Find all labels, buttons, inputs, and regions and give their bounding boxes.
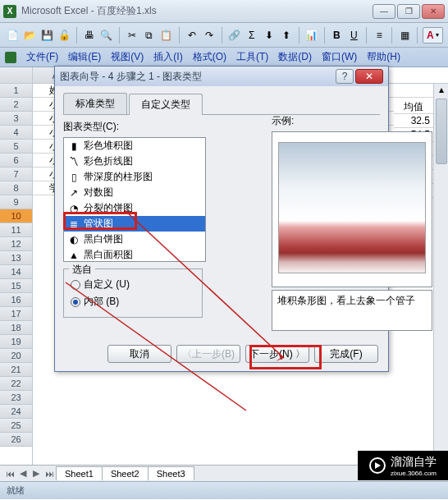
permission-icon[interactable]: 🔓 [57, 26, 71, 44]
dialog-close-button[interactable]: ✕ [355, 69, 383, 84]
list-item[interactable]: ◐黑白饼图 [64, 232, 205, 247]
source-group: 选自 自定义 (U) 内部 (B) [63, 268, 203, 318]
list-item[interactable]: ▲黑白面积图 [64, 247, 205, 262]
finish-button[interactable]: 完成(F) [314, 345, 378, 363]
sheet-tab[interactable]: Sheet2 [102, 466, 149, 480]
row-head[interactable]: 1 [0, 84, 32, 98]
tab-standard[interactable]: 标准类型 [63, 93, 127, 114]
minimize-button[interactable]: ― [373, 4, 395, 19]
row-head[interactable]: 15 [0, 279, 32, 293]
cell[interactable]: 均值 [394, 100, 433, 114]
chart-wizard-dialog: 图表向导 - 4 步骤之 1 - 图表类型 ? ✕ 标准类型 自定义类型 图表类… [54, 66, 389, 372]
stacked-bar-icon: ▮ [67, 140, 80, 152]
copy-icon[interactable]: ⧉ [142, 26, 157, 44]
vertical-scrollbar[interactable]: ▴ [433, 84, 448, 463]
menu-insert[interactable]: 插入(I) [149, 48, 187, 66]
chart-icon[interactable]: 📊 [304, 26, 319, 44]
dialog-tabs: 标准类型 自定义类型 [63, 93, 380, 115]
back-button[interactable]: 〈上一步(B) [176, 345, 240, 363]
row-head[interactable]: 24 [0, 405, 32, 419]
row-head[interactable]: 22 [0, 377, 32, 391]
menu-window[interactable]: 窗口(W) [317, 48, 362, 66]
print-icon[interactable]: 🖶 [82, 26, 97, 44]
font-color-button[interactable]: A▾ [423, 27, 443, 44]
row-head[interactable]: 16 [0, 293, 32, 307]
row-head[interactable]: 14 [0, 265, 32, 279]
row-head[interactable]: 6 [0, 154, 32, 167]
row-head[interactable]: 17 [0, 307, 32, 321]
cut-icon[interactable]: ✂ [125, 26, 139, 44]
row-head[interactable]: 9 [0, 195, 32, 209]
row-head[interactable]: 26 [0, 433, 32, 447]
watermark-text: 溜溜自学 [391, 455, 437, 470]
list-item[interactable]: ▯带深度的柱形图 [64, 169, 205, 185]
preview-icon[interactable]: 🔍 [99, 26, 114, 44]
row-head[interactable]: 8 [0, 181, 32, 195]
row-head[interactable]: 2 [0, 98, 32, 112]
list-item[interactable]: ▮彩色堆积图 [64, 138, 205, 154]
row-head[interactable]: 12 [0, 237, 32, 251]
menu-view[interactable]: 视图(V) [106, 48, 149, 66]
menu-format[interactable]: 格式(O) [188, 48, 231, 66]
list-item[interactable]: ◔分裂的饼图 [64, 200, 205, 216]
menu-tools[interactable]: 工具(T) [231, 48, 273, 66]
select-all-corner[interactable] [0, 67, 33, 83]
row-head-selected[interactable]: 10 [0, 209, 32, 223]
list-item[interactable]: ↗对数图 [64, 185, 205, 200]
align-icon[interactable]: ≡ [372, 26, 386, 44]
row-head[interactable]: 4 [0, 126, 32, 140]
chart-preview [272, 131, 432, 287]
row-head[interactable]: 23 [0, 391, 32, 405]
paste-icon[interactable]: 📋 [159, 26, 174, 44]
menu-help[interactable]: 帮助(H) [362, 48, 405, 66]
tab-nav-prev[interactable]: ◀ [16, 467, 30, 480]
pie-exploded-icon: ◔ [67, 203, 80, 214]
row-head[interactable]: 5 [0, 140, 32, 154]
status-bar: 就绪 [0, 481, 448, 499]
save-icon[interactable]: 💾 [39, 26, 54, 44]
row-head[interactable]: 3 [0, 112, 32, 126]
chart-type-list[interactable]: ▮彩色堆积图 〽彩色折线图 ▯带深度的柱形图 ↗对数图 ◔分裂的饼图 ≣管状图 … [63, 137, 206, 262]
redo-icon[interactable]: ↷ [202, 26, 217, 44]
chart-description: 堆积条形图，看上去象一个管子 [272, 290, 432, 331]
sum-icon[interactable]: Σ [245, 26, 259, 44]
list-item-selected[interactable]: ≣管状图 [64, 216, 205, 232]
undo-icon[interactable]: ↶ [185, 26, 199, 44]
cancel-button[interactable]: 取消 [107, 345, 171, 363]
scroll-thumb[interactable] [436, 99, 447, 164]
sort-desc-icon[interactable]: ⬆ [279, 26, 294, 44]
hyperlink-icon[interactable]: 🔗 [227, 26, 242, 44]
tab-custom[interactable]: 自定义类型 [129, 94, 203, 115]
row-head[interactable]: 20 [0, 349, 32, 363]
row-head[interactable]: 21 [0, 363, 32, 377]
new-icon[interactable]: 📄 [5, 26, 20, 44]
open-icon[interactable]: 📂 [22, 26, 37, 44]
row-head[interactable]: 11 [0, 223, 32, 237]
row-head[interactable]: 7 [0, 167, 32, 181]
radio-custom[interactable]: 自定义 (U) [71, 278, 195, 291]
sort-asc-icon[interactable]: ⬇ [262, 26, 277, 44]
dialog-titlebar: 图表向导 - 4 步骤之 1 - 图表类型 ? ✕ [55, 67, 388, 86]
sheet-tab[interactable]: Sheet3 [148, 466, 194, 480]
tab-nav-next[interactable]: ▶ [30, 467, 43, 480]
sheet-tab[interactable]: Sheet1 [56, 466, 103, 480]
menu-file[interactable]: 文件(F) [21, 48, 63, 66]
close-button[interactable]: ✕ [422, 4, 445, 19]
radio-builtin[interactable]: 内部 (B) [71, 295, 195, 309]
menu-data[interactable]: 数据(D) [273, 48, 317, 66]
maximize-button[interactable]: ❐ [397, 4, 420, 19]
dialog-help-button[interactable]: ? [336, 69, 354, 84]
borders-icon[interactable]: ▦ [397, 26, 412, 44]
next-button[interactable]: 下一步(N) 〉 [245, 345, 309, 363]
tab-nav-last[interactable]: ⏭ [43, 467, 56, 480]
menu-bar: 文件(F) 编辑(E) 视图(V) 插入(I) 格式(O) 工具(T) 数据(D… [0, 48, 448, 67]
list-item[interactable]: 〽彩色折线图 [64, 154, 205, 169]
tab-nav-first[interactable]: ⏮ [3, 467, 16, 480]
row-head[interactable]: 19 [0, 335, 32, 349]
menu-edit[interactable]: 编辑(E) [63, 48, 106, 66]
row-head[interactable]: 25 [0, 419, 32, 433]
row-head[interactable]: 18 [0, 321, 32, 335]
row-head[interactable]: 13 [0, 251, 32, 265]
underline-icon[interactable]: U [346, 26, 361, 44]
bold-icon[interactable]: B [329, 26, 344, 44]
